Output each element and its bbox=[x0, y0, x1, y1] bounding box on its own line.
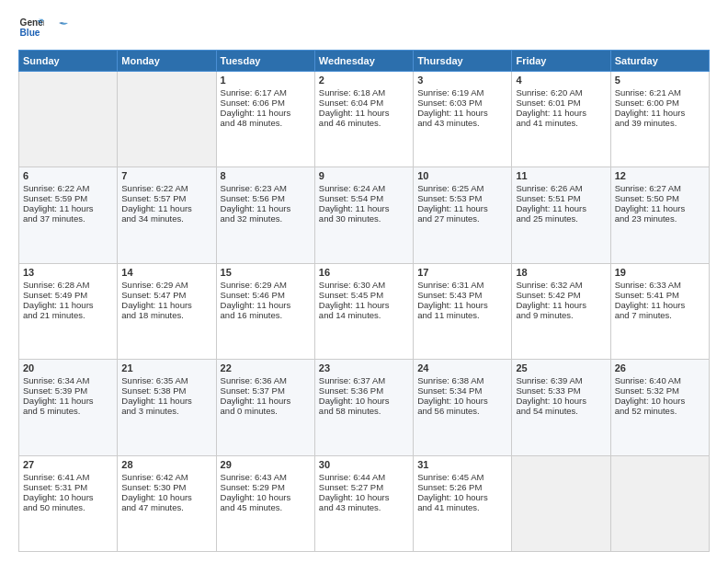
day-number: 3 bbox=[417, 75, 507, 86]
day-number: 22 bbox=[221, 362, 311, 373]
weekday-header-friday: Friday bbox=[512, 51, 610, 72]
day-number: 6 bbox=[23, 170, 113, 181]
cell-text: Daylight: 10 hours bbox=[516, 396, 606, 406]
svg-text:Blue: Blue bbox=[20, 28, 40, 38]
calendar-cell: 16Sunrise: 6:30 AMSunset: 5:45 PMDayligh… bbox=[314, 263, 413, 359]
cell-text: Sunrise: 6:34 AM bbox=[23, 375, 113, 385]
calendar-cell: 18Sunrise: 6:32 AMSunset: 5:42 PMDayligh… bbox=[512, 263, 610, 359]
day-number: 19 bbox=[615, 267, 705, 278]
weekday-header-monday: Monday bbox=[118, 51, 216, 72]
day-number: 5 bbox=[615, 75, 705, 86]
calendar-cell: 21Sunrise: 6:35 AMSunset: 5:38 PMDayligh… bbox=[118, 360, 216, 455]
cell-text: Sunset: 5:46 PM bbox=[221, 290, 311, 300]
cell-text: Sunrise: 6:35 AM bbox=[121, 375, 211, 385]
day-number: 15 bbox=[221, 267, 311, 278]
cell-text: and 48 minutes. bbox=[221, 118, 311, 128]
cell-text: Daylight: 10 hours bbox=[319, 396, 409, 406]
day-number: 12 bbox=[615, 170, 705, 181]
cell-text: Sunset: 5:43 PM bbox=[417, 290, 507, 300]
cell-text: and 39 minutes. bbox=[615, 118, 705, 128]
cell-text: and 43 minutes. bbox=[319, 502, 409, 512]
cell-text: and 27 minutes. bbox=[417, 213, 507, 224]
day-number: 20 bbox=[23, 362, 113, 373]
cell-text: Sunrise: 6:28 AM bbox=[23, 280, 113, 290]
cell-text: and 45 minutes. bbox=[221, 502, 311, 512]
weekday-header-wednesday: Wednesday bbox=[314, 51, 413, 72]
cell-text: Daylight: 10 hours bbox=[615, 396, 705, 406]
cell-text: and 52 minutes. bbox=[615, 406, 705, 416]
cell-text: Sunset: 5:45 PM bbox=[319, 290, 409, 300]
cell-text: Sunset: 5:27 PM bbox=[319, 482, 409, 492]
cell-text: Sunset: 5:30 PM bbox=[121, 482, 211, 492]
day-number: 8 bbox=[221, 170, 311, 181]
cell-text: Sunrise: 6:21 AM bbox=[615, 87, 705, 98]
calendar-cell: 19Sunrise: 6:33 AMSunset: 5:41 PMDayligh… bbox=[610, 263, 709, 359]
day-number: 21 bbox=[121, 362, 211, 373]
cell-text: and 41 minutes. bbox=[417, 502, 507, 512]
cell-text: Sunrise: 6:29 AM bbox=[121, 280, 211, 290]
cell-text: and 30 minutes. bbox=[319, 213, 409, 224]
cell-text: Sunset: 6:04 PM bbox=[319, 98, 409, 108]
calendar-cell: 14Sunrise: 6:29 AMSunset: 5:47 PMDayligh… bbox=[118, 263, 216, 359]
cell-text: Sunrise: 6:19 AM bbox=[417, 87, 507, 98]
day-number: 13 bbox=[23, 267, 113, 278]
cell-text: and 21 minutes. bbox=[23, 310, 113, 320]
cell-text: and 47 minutes. bbox=[121, 502, 211, 512]
cell-text: Sunset: 5:51 PM bbox=[516, 193, 606, 203]
calendar-cell: 25Sunrise: 6:39 AMSunset: 5:33 PMDayligh… bbox=[512, 360, 610, 455]
calendar-cell: 5Sunrise: 6:21 AMSunset: 6:00 PMDaylight… bbox=[610, 72, 709, 167]
cell-text: Sunrise: 6:20 AM bbox=[516, 87, 606, 98]
calendar-cell: 1Sunrise: 6:17 AMSunset: 6:06 PMDaylight… bbox=[216, 72, 314, 167]
cell-text: Sunrise: 6:31 AM bbox=[417, 280, 507, 290]
cell-text: Sunset: 5:36 PM bbox=[319, 385, 409, 396]
cell-text: Daylight: 11 hours bbox=[121, 203, 211, 213]
calendar-cell: 8Sunrise: 6:23 AMSunset: 5:56 PMDaylight… bbox=[216, 167, 314, 263]
calendar-cell: 11Sunrise: 6:26 AMSunset: 5:51 PMDayligh… bbox=[512, 167, 610, 263]
cell-text: and 18 minutes. bbox=[121, 310, 211, 320]
calendar-cell: 23Sunrise: 6:37 AMSunset: 5:36 PMDayligh… bbox=[314, 360, 413, 455]
cell-text: and 23 minutes. bbox=[615, 213, 705, 224]
cell-text: Sunrise: 6:30 AM bbox=[319, 280, 409, 290]
calendar-cell: 12Sunrise: 6:27 AMSunset: 5:50 PMDayligh… bbox=[610, 167, 709, 263]
cell-text: Daylight: 11 hours bbox=[121, 300, 211, 310]
cell-text: Sunset: 5:34 PM bbox=[417, 385, 507, 396]
cell-text: Sunrise: 6:36 AM bbox=[221, 375, 311, 385]
cell-text: Sunrise: 6:39 AM bbox=[516, 375, 606, 385]
cell-text: and 34 minutes. bbox=[121, 213, 211, 224]
day-number: 1 bbox=[221, 75, 311, 86]
calendar-cell: 15Sunrise: 6:29 AMSunset: 5:46 PMDayligh… bbox=[216, 263, 314, 359]
calendar-cell: 22Sunrise: 6:36 AMSunset: 5:37 PMDayligh… bbox=[216, 360, 314, 455]
cell-text: and 46 minutes. bbox=[319, 118, 409, 128]
cell-text: Daylight: 11 hours bbox=[516, 203, 606, 213]
cell-text: Sunset: 5:47 PM bbox=[121, 290, 211, 300]
cell-text: Sunrise: 6:43 AM bbox=[221, 472, 311, 482]
cell-text: Sunrise: 6:18 AM bbox=[319, 87, 409, 98]
cell-text: Sunset: 6:06 PM bbox=[221, 98, 311, 108]
cell-text: Daylight: 11 hours bbox=[221, 108, 311, 118]
cell-text: Sunrise: 6:25 AM bbox=[417, 183, 507, 193]
day-number: 28 bbox=[121, 459, 211, 470]
logo-icon: General Blue bbox=[18, 15, 44, 40]
calendar-cell: 24Sunrise: 6:38 AMSunset: 5:34 PMDayligh… bbox=[414, 360, 512, 455]
cell-text: Daylight: 11 hours bbox=[23, 203, 113, 213]
day-number: 18 bbox=[516, 267, 606, 278]
day-number: 24 bbox=[417, 362, 507, 373]
cell-text: Sunset: 5:26 PM bbox=[417, 482, 507, 492]
cell-text: Sunset: 6:00 PM bbox=[615, 98, 705, 108]
calendar-cell: 7Sunrise: 6:22 AMSunset: 5:57 PMDaylight… bbox=[118, 167, 216, 263]
cell-text: Daylight: 11 hours bbox=[121, 396, 211, 406]
cell-text: Sunset: 5:56 PM bbox=[221, 193, 311, 203]
calendar-cell bbox=[19, 72, 118, 167]
weekday-header-tuesday: Tuesday bbox=[216, 51, 314, 72]
calendar-cell: 26Sunrise: 6:40 AMSunset: 5:32 PMDayligh… bbox=[610, 360, 709, 455]
day-number: 26 bbox=[615, 362, 705, 373]
cell-text: and 16 minutes. bbox=[221, 310, 311, 320]
day-number: 25 bbox=[516, 362, 606, 373]
cell-text: Sunrise: 6:33 AM bbox=[615, 280, 705, 290]
day-number: 29 bbox=[221, 459, 311, 470]
cell-text: Sunrise: 6:29 AM bbox=[221, 280, 311, 290]
cell-text: and 3 minutes. bbox=[121, 406, 211, 416]
day-number: 7 bbox=[121, 170, 211, 181]
calendar-cell: 2Sunrise: 6:18 AMSunset: 6:04 PMDaylight… bbox=[314, 72, 413, 167]
cell-text: and 54 minutes. bbox=[516, 406, 606, 416]
